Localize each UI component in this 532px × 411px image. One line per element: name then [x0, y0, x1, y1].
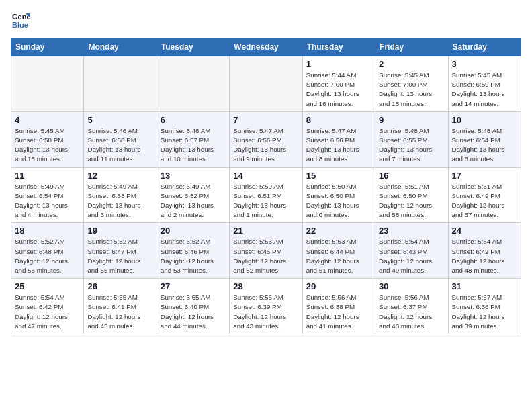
weekday-header-sunday: Sunday	[11, 38, 84, 56]
weekday-header-monday: Monday	[84, 38, 157, 56]
day-number: 31	[452, 281, 517, 291]
calendar-cell	[157, 56, 229, 112]
day-number: 20	[161, 226, 226, 236]
calendar-cell: 22Sunrise: 5:53 AM Sunset: 6:44 PM Dayli…	[302, 223, 375, 279]
calendar-table: SundayMondayTuesdayWednesdayThursdayFrid…	[11, 38, 521, 334]
day-number: 3	[452, 59, 517, 69]
day-number: 6	[161, 115, 226, 125]
day-info: Sunrise: 5:56 AM Sunset: 6:38 PM Dayligh…	[306, 293, 371, 331]
calendar-cell: 28Sunrise: 5:55 AM Sunset: 6:39 PM Dayli…	[230, 279, 302, 334]
day-number: 7	[233, 115, 298, 125]
day-info: Sunrise: 5:52 AM Sunset: 6:48 PM Dayligh…	[15, 237, 80, 275]
calendar-cell: 16Sunrise: 5:51 AM Sunset: 6:50 PM Dayli…	[375, 167, 448, 223]
day-info: Sunrise: 5:44 AM Sunset: 7:00 PM Dayligh…	[306, 71, 371, 109]
calendar-cell: 20Sunrise: 5:52 AM Sunset: 6:46 PM Dayli…	[157, 223, 229, 279]
calendar-cell: 24Sunrise: 5:54 AM Sunset: 6:42 PM Dayli…	[448, 223, 521, 279]
day-info: Sunrise: 5:48 AM Sunset: 6:55 PM Dayligh…	[379, 126, 444, 165]
calendar-cell: 15Sunrise: 5:50 AM Sunset: 6:50 PM Dayli…	[302, 167, 375, 223]
logo-icon: General Blue	[11, 11, 30, 30]
day-number: 12	[87, 171, 152, 181]
calendar-cell: 13Sunrise: 5:49 AM Sunset: 6:52 PM Dayli…	[157, 167, 229, 223]
calendar-cell: 4Sunrise: 5:45 AM Sunset: 6:58 PM Daylig…	[11, 111, 84, 167]
day-info: Sunrise: 5:55 AM Sunset: 6:41 PM Dayligh…	[87, 293, 152, 331]
day-info: Sunrise: 5:53 AM Sunset: 6:45 PM Dayligh…	[233, 237, 298, 275]
day-number: 28	[233, 281, 298, 291]
day-number: 29	[306, 281, 371, 291]
calendar-cell: 2Sunrise: 5:45 AM Sunset: 7:00 PM Daylig…	[375, 56, 448, 112]
calendar-cell: 23Sunrise: 5:54 AM Sunset: 6:43 PM Dayli…	[375, 223, 448, 279]
day-number: 1	[306, 59, 371, 69]
svg-text:Blue: Blue	[12, 21, 28, 29]
day-number: 27	[161, 281, 226, 291]
day-info: Sunrise: 5:52 AM Sunset: 6:47 PM Dayligh…	[87, 237, 152, 275]
day-number: 13	[161, 171, 226, 181]
weekday-header-tuesday: Tuesday	[157, 38, 229, 56]
calendar-cell: 26Sunrise: 5:55 AM Sunset: 6:41 PM Dayli…	[84, 279, 157, 334]
logo: General Blue	[11, 11, 32, 30]
calendar-cell: 10Sunrise: 5:48 AM Sunset: 6:54 PM Dayli…	[448, 111, 521, 167]
day-info: Sunrise: 5:47 AM Sunset: 6:56 PM Dayligh…	[233, 126, 298, 165]
page-header: General Blue	[11, 11, 521, 30]
calendar-cell: 12Sunrise: 5:49 AM Sunset: 6:53 PM Dayli…	[84, 167, 157, 223]
day-number: 14	[233, 171, 298, 181]
day-info: Sunrise: 5:53 AM Sunset: 6:44 PM Dayligh…	[306, 237, 371, 275]
calendar-cell: 11Sunrise: 5:49 AM Sunset: 6:54 PM Dayli…	[11, 167, 84, 223]
calendar-week-2: 4Sunrise: 5:45 AM Sunset: 6:58 PM Daylig…	[11, 111, 521, 167]
day-info: Sunrise: 5:51 AM Sunset: 6:49 PM Dayligh…	[452, 182, 517, 220]
calendar-cell: 19Sunrise: 5:52 AM Sunset: 6:47 PM Dayli…	[84, 223, 157, 279]
day-info: Sunrise: 5:49 AM Sunset: 6:54 PM Dayligh…	[15, 182, 80, 220]
day-number: 23	[379, 226, 444, 236]
day-info: Sunrise: 5:48 AM Sunset: 6:54 PM Dayligh…	[452, 126, 517, 165]
day-number: 11	[15, 171, 80, 181]
day-info: Sunrise: 5:46 AM Sunset: 6:57 PM Dayligh…	[161, 126, 226, 165]
day-number: 10	[452, 115, 517, 125]
day-number: 9	[379, 115, 444, 125]
day-number: 22	[306, 226, 371, 236]
calendar-cell	[84, 56, 157, 112]
calendar-week-4: 18Sunrise: 5:52 AM Sunset: 6:48 PM Dayli…	[11, 223, 521, 279]
calendar-cell: 25Sunrise: 5:54 AM Sunset: 6:42 PM Dayli…	[11, 279, 84, 334]
calendar-cell: 14Sunrise: 5:50 AM Sunset: 6:51 PM Dayli…	[230, 167, 302, 223]
weekday-header-wednesday: Wednesday	[230, 38, 302, 56]
day-info: Sunrise: 5:54 AM Sunset: 6:42 PM Dayligh…	[15, 293, 80, 331]
day-info: Sunrise: 5:51 AM Sunset: 6:50 PM Dayligh…	[379, 182, 444, 220]
day-info: Sunrise: 5:49 AM Sunset: 6:53 PM Dayligh…	[87, 182, 152, 220]
weekday-header-thursday: Thursday	[302, 38, 375, 56]
day-info: Sunrise: 5:45 AM Sunset: 6:58 PM Dayligh…	[15, 126, 80, 165]
day-number: 18	[15, 226, 80, 236]
calendar-cell	[11, 56, 84, 112]
calendar-cell: 9Sunrise: 5:48 AM Sunset: 6:55 PM Daylig…	[375, 111, 448, 167]
day-info: Sunrise: 5:55 AM Sunset: 6:40 PM Dayligh…	[161, 293, 226, 331]
day-info: Sunrise: 5:56 AM Sunset: 6:37 PM Dayligh…	[379, 293, 444, 331]
calendar-cell	[230, 56, 302, 112]
day-info: Sunrise: 5:52 AM Sunset: 6:46 PM Dayligh…	[161, 237, 226, 275]
calendar-cell: 21Sunrise: 5:53 AM Sunset: 6:45 PM Dayli…	[230, 223, 302, 279]
calendar-cell: 30Sunrise: 5:56 AM Sunset: 6:37 PM Dayli…	[375, 279, 448, 334]
day-info: Sunrise: 5:45 AM Sunset: 7:00 PM Dayligh…	[379, 71, 444, 109]
day-info: Sunrise: 5:45 AM Sunset: 6:59 PM Dayligh…	[452, 71, 517, 109]
calendar-cell: 18Sunrise: 5:52 AM Sunset: 6:48 PM Dayli…	[11, 223, 84, 279]
day-number: 26	[87, 281, 152, 291]
weekday-header-saturday: Saturday	[448, 38, 521, 56]
day-info: Sunrise: 5:47 AM Sunset: 6:56 PM Dayligh…	[306, 126, 371, 165]
day-info: Sunrise: 5:50 AM Sunset: 6:50 PM Dayligh…	[306, 182, 371, 220]
day-number: 17	[452, 171, 517, 181]
calendar-week-1: 1Sunrise: 5:44 AM Sunset: 7:00 PM Daylig…	[11, 56, 521, 112]
day-number: 4	[15, 115, 80, 125]
calendar-cell: 29Sunrise: 5:56 AM Sunset: 6:38 PM Dayli…	[302, 279, 375, 334]
day-number: 15	[306, 171, 371, 181]
calendar-cell: 1Sunrise: 5:44 AM Sunset: 7:00 PM Daylig…	[302, 56, 375, 112]
day-number: 8	[306, 115, 371, 125]
day-info: Sunrise: 5:57 AM Sunset: 6:36 PM Dayligh…	[452, 293, 517, 331]
weekday-header-friday: Friday	[375, 38, 448, 56]
calendar-cell: 6Sunrise: 5:46 AM Sunset: 6:57 PM Daylig…	[157, 111, 229, 167]
day-info: Sunrise: 5:46 AM Sunset: 6:58 PM Dayligh…	[87, 126, 152, 165]
calendar-cell: 17Sunrise: 5:51 AM Sunset: 6:49 PM Dayli…	[448, 167, 521, 223]
day-info: Sunrise: 5:55 AM Sunset: 6:39 PM Dayligh…	[233, 293, 298, 331]
calendar-cell: 3Sunrise: 5:45 AM Sunset: 6:59 PM Daylig…	[448, 56, 521, 112]
day-info: Sunrise: 5:50 AM Sunset: 6:51 PM Dayligh…	[233, 182, 298, 220]
calendar-cell: 5Sunrise: 5:46 AM Sunset: 6:58 PM Daylig…	[84, 111, 157, 167]
calendar-cell: 8Sunrise: 5:47 AM Sunset: 6:56 PM Daylig…	[302, 111, 375, 167]
day-number: 24	[452, 226, 517, 236]
day-number: 25	[15, 281, 80, 291]
